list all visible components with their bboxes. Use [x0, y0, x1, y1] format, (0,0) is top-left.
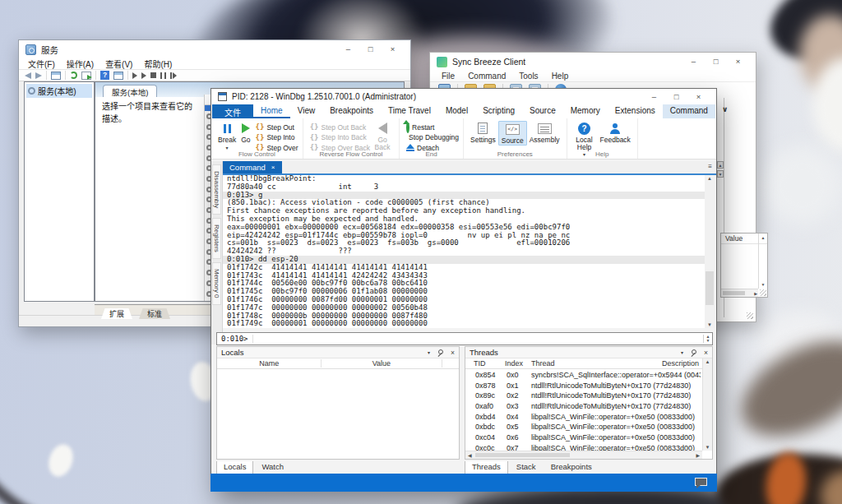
thread-row[interactable]: 0xc04 0x6 libpal!SCA_WinFile::operator=+… [465, 432, 702, 443]
command-output[interactable]: ntdll!DbgBreakPoint:77d80a40 cc int 30:0… [223, 175, 705, 328]
pause-service-icon[interactable] [160, 72, 166, 79]
menu-item[interactable]: File [435, 72, 461, 81]
assembly-button[interactable]: Assembly [527, 121, 562, 144]
thread-row[interactable]: 0xaf0 0x3 ntdll!RtlUnicodeToMultiByteN+0… [465, 401, 702, 412]
panel-tab[interactable]: Threads [465, 461, 508, 474]
thread-row[interactable]: 0x89c 0x2 ntdll!RtlUnicodeToMultiByteN+0… [465, 391, 702, 401]
minimize-button[interactable]: – [682, 54, 705, 69]
column-header-index[interactable]: Index [505, 359, 523, 368]
threads-hscrollbar[interactable]: ◀ ▶ [465, 451, 702, 459]
panel-tab[interactable]: Breakpoints [544, 461, 599, 474]
splitter-down-icon[interactable]: ▼ [717, 170, 724, 178]
threads-vscrollbar[interactable]: ▲ ▼ [702, 358, 712, 451]
menu-item[interactable]: 操作(A) [61, 58, 99, 70]
panel-menu-icon[interactable]: ▾ [681, 349, 683, 355]
tree-item-services-local[interactable]: 服务(本地) [26, 84, 92, 98]
close-tab-icon[interactable]: × [271, 164, 275, 171]
close-button[interactable]: × [727, 54, 749, 69]
close-panel-icon[interactable]: × [451, 349, 455, 357]
close-panel-icon[interactable]: × [704, 349, 708, 357]
splitter-up-icon[interactable]: ▲ [717, 161, 724, 169]
close-button[interactable]: × [687, 90, 710, 104]
go-back-button[interactable]: Go Back [370, 121, 395, 150]
menu-item[interactable]: 文件(F) [22, 58, 61, 70]
input-history-spinner[interactable]: ▲▼ [703, 335, 712, 343]
ribbon-tab[interactable]: Home [253, 104, 290, 118]
ribbon-tab[interactable]: Source [522, 104, 563, 118]
thread-row[interactable]: 0xbdc 0x5 libpal!SCA_WinFile::operator=+… [465, 422, 702, 432]
forward-icon[interactable] [35, 72, 42, 79]
resize-grip[interactable] [747, 312, 753, 319]
properties-icon[interactable] [113, 72, 123, 80]
minimize-button[interactable]: – [643, 90, 665, 104]
panel-tab[interactable]: Locals [216, 461, 253, 474]
maximize-button[interactable]: □ [359, 42, 382, 57]
maximize-button[interactable]: □ [705, 54, 727, 69]
syncbreeze-titlebar[interactable]: Sync Breeze Client – □ × [430, 53, 756, 71]
scroll-down-icon[interactable]: ▼ [705, 322, 715, 327]
menu-item[interactable]: Tools [512, 72, 544, 81]
step-into-button[interactable]: {} Step Into [256, 133, 298, 142]
pin-icon[interactable] [691, 349, 696, 355]
close-button[interactable]: × [382, 42, 404, 57]
windbg-titlebar[interactable]: PID: 2128 - WinDbg 1.2510.7001.0 (Admini… [211, 89, 716, 104]
column-header-value[interactable]: Value [321, 359, 442, 368]
panel-menu-icon[interactable]: ▾ [428, 349, 430, 355]
ribbon-tab[interactable]: Model [438, 104, 475, 118]
feedback-button[interactable]: Feedback [598, 121, 633, 144]
menu-item[interactable]: 查看(V) [99, 58, 138, 70]
thread-row[interactable]: 0x854 0x0 syncbrs!SCA_SqlInterface::oper… [465, 370, 702, 381]
resume-service-icon[interactable] [141, 72, 146, 79]
locals-panel-header[interactable]: Locals ▾ × [217, 347, 459, 358]
docked-window-tab[interactable]: Memory 0 [212, 262, 221, 305]
thread-row[interactable]: 0xbd4 0x4 libpal!SCA_WinFile::operator=+… [465, 412, 702, 423]
column-header-description[interactable]: Description [662, 359, 699, 368]
refresh-icon[interactable] [70, 72, 77, 79]
panel-tab[interactable]: Stack [510, 461, 543, 474]
ribbon-tab[interactable]: Extensions [608, 104, 663, 118]
stop-service-icon[interactable] [150, 72, 156, 78]
break-button[interactable]: Break ▾ [215, 121, 238, 150]
output-scrollbar[interactable]: ▲ ▼ [705, 175, 715, 328]
ribbon-collapse-icon[interactable]: ∨ [715, 104, 734, 118]
restart-button[interactable]: Restart [406, 123, 459, 132]
view-mode-tab[interactable]: 标准 [139, 308, 170, 319]
step-out-button[interactable]: {} Step Out [256, 123, 298, 132]
settings-button[interactable]: Settings [468, 121, 498, 144]
scroll-up-icon[interactable]: ▲ [703, 359, 712, 364]
ribbon-tab[interactable]: Scripting [475, 104, 522, 118]
step-into-back-button[interactable]: {} Step Into Back [310, 133, 370, 142]
scroll-right-icon[interactable]: ▶ [754, 291, 757, 296]
scrollbar-thumb[interactable] [706, 271, 714, 305]
break-dropdown-icon[interactable]: ▾ [226, 146, 229, 150]
thread-row[interactable]: 0xc0c 0x7 libpal!SCA_WinFile::operator=+… [465, 443, 702, 451]
go-button[interactable]: Go [238, 121, 252, 144]
ribbon-tab[interactable]: 文件 [212, 104, 253, 118]
menu-item[interactable]: Command [461, 72, 512, 81]
command-input[interactable] [253, 333, 703, 344]
docked-window-tab[interactable]: Disassembly [212, 164, 221, 215]
view-mode-tab[interactable]: 扩展 [101, 308, 132, 319]
ribbon-tab[interactable]: Memory [563, 104, 608, 118]
column-header-tid[interactable]: TID [474, 359, 486, 368]
thread-row[interactable]: 0x878 0x1 ntdll!RtlUnicodeToMultiByteN+0… [465, 381, 702, 391]
extended-view-tab[interactable]: 服务(本地) [103, 85, 157, 97]
column-header-name[interactable]: Name [217, 359, 321, 368]
docked-window-tab[interactable]: Registers [212, 218, 221, 259]
column-header-thread[interactable]: Thread [531, 359, 555, 368]
feedback-chat-icon[interactable] [695, 478, 707, 486]
scrollbar-thumb[interactable] [475, 453, 570, 457]
scroll-up-icon[interactable]: ▲ [705, 176, 715, 181]
scroll-down-icon[interactable]: ▼ [703, 445, 712, 450]
stop-debugging-button[interactable]: Stop Debugging [406, 133, 459, 142]
scroll-down-icon[interactable]: ▼ [759, 282, 767, 287]
scroll-up-icon[interactable]: ▲ [759, 235, 767, 240]
ribbon-tab[interactable]: Command [663, 104, 715, 118]
panel-tab[interactable]: Watch [255, 461, 290, 474]
command-window-tab[interactable]: Command × [223, 161, 282, 173]
minimize-button[interactable]: – [337, 42, 359, 57]
ribbon-tab[interactable]: Time Travel [381, 104, 438, 118]
resize-grip[interactable] [760, 289, 766, 296]
restart-service-icon[interactable] [170, 72, 177, 79]
ribbon-tab[interactable]: View [290, 104, 323, 118]
